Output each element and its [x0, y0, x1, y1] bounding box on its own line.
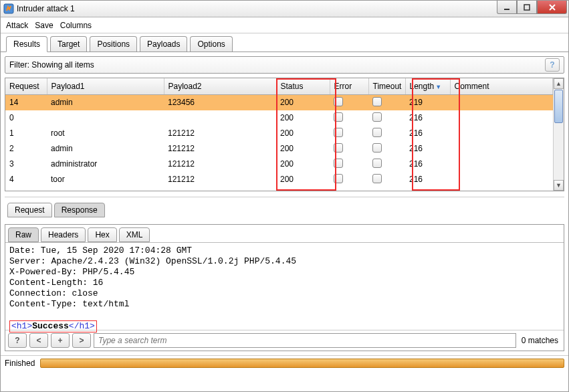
table-row[interactable]: 1 root 121212 200 216: [5, 126, 553, 141]
menu-bar: Attack Save Columns: [1, 17, 568, 33]
col-comment[interactable]: Comment: [450, 78, 553, 94]
svg-rect-1: [504, 9, 509, 10]
search-help-button[interactable]: ?: [8, 333, 27, 348]
scroll-down-icon[interactable]: ▼: [554, 180, 564, 191]
app-icon: [3, 3, 14, 14]
checkbox[interactable]: [334, 174, 343, 183]
col-payload1[interactable]: Payload1: [47, 78, 164, 94]
menu-columns[interactable]: Columns: [60, 21, 92, 30]
checkbox[interactable]: [372, 174, 382, 183]
checkbox[interactable]: [334, 159, 343, 168]
sort-indicator-icon: ▼: [435, 84, 441, 90]
response-body[interactable]: Date: Tue, 15 Sep 2020 17:04:28 GMT Serv…: [5, 243, 564, 330]
tab-response-msg[interactable]: Response: [54, 203, 105, 217]
col-request[interactable]: Request: [5, 78, 47, 94]
status-bar: Finished: [1, 355, 568, 370]
col-status[interactable]: Status: [276, 78, 330, 94]
checkbox[interactable]: [334, 128, 343, 137]
checkbox[interactable]: [372, 143, 382, 153]
maximize-button[interactable]: [517, 1, 537, 14]
search-input[interactable]: [94, 333, 516, 348]
scroll-thumb[interactable]: [554, 90, 563, 123]
column-headers: Request Payload1 Payload2 Status Error T…: [5, 78, 553, 94]
match-count: 0 matches: [519, 336, 561, 345]
search-bar: ? < + > 0 matches: [5, 330, 564, 351]
menu-save[interactable]: Save: [35, 21, 53, 30]
col-length[interactable]: Length▼: [405, 78, 450, 94]
tab-raw[interactable]: Raw: [8, 227, 39, 242]
search-prev-button[interactable]: <: [29, 333, 48, 348]
help-button[interactable]: ?: [545, 58, 560, 72]
tab-positions[interactable]: Positions: [90, 36, 137, 52]
tab-hex[interactable]: Hex: [88, 227, 116, 242]
filter-text: Filter: Showing all items: [9, 60, 94, 70]
svg-rect-2: [524, 5, 530, 10]
tab-xml[interactable]: XML: [119, 227, 150, 242]
tab-payloads[interactable]: Payloads: [140, 36, 187, 52]
tab-headers[interactable]: Headers: [41, 227, 86, 242]
table-row[interactable]: 2 admin 121212 200 216: [5, 141, 553, 157]
checkbox[interactable]: [334, 97, 343, 106]
checkbox[interactable]: [372, 159, 382, 168]
status-label: Finished: [5, 359, 35, 368]
progress-bar: [40, 359, 564, 368]
checkbox[interactable]: [372, 112, 382, 122]
col-payload2[interactable]: Payload2: [164, 78, 276, 94]
search-plus-button[interactable]: +: [51, 333, 70, 348]
window-controls: [497, 1, 567, 14]
table-row[interactable]: 0 200 216: [5, 110, 553, 126]
main-tabs: Results Target Positions Payloads Option…: [1, 33, 568, 52]
checkbox[interactable]: [334, 112, 343, 122]
minimize-button[interactable]: [497, 1, 517, 14]
filter-bar[interactable]: Filter: Showing all items ?: [5, 56, 564, 74]
search-next-button[interactable]: >: [72, 333, 91, 348]
table-row[interactable]: 14 admin 123456 200 219: [5, 94, 553, 110]
tab-results[interactable]: Results: [6, 36, 47, 52]
table-row[interactable]: 3 administrator 121212 200 216: [5, 157, 553, 172]
checkbox[interactable]: [372, 97, 382, 106]
message-tabs: Request Response: [5, 197, 564, 220]
close-button[interactable]: [537, 1, 567, 14]
tab-target[interactable]: Target: [50, 36, 87, 52]
col-timeout[interactable]: Timeout: [368, 78, 405, 94]
vertical-scrollbar[interactable]: ▲ ▼: [553, 78, 564, 191]
results-grid: Request Payload1 Payload2 Status Error T…: [5, 78, 564, 191]
menu-attack[interactable]: Attack: [6, 21, 28, 30]
table-row[interactable]: 4 toor 121212 200 216: [5, 172, 553, 187]
checkbox[interactable]: [372, 128, 382, 137]
checkbox[interactable]: [334, 143, 343, 153]
highlight-success: <h1>Success</h1>: [9, 320, 97, 332]
message-viewer: Raw Headers Hex XML Date: Tue, 15 Sep 20…: [5, 224, 564, 351]
window-title: Intruder attack 1: [17, 4, 75, 13]
tab-request-msg[interactable]: Request: [7, 203, 52, 217]
col-error[interactable]: Error: [330, 78, 368, 94]
title-bar: Intruder attack 1: [1, 1, 568, 17]
tab-options[interactable]: Options: [190, 36, 232, 52]
scroll-up-icon[interactable]: ▲: [554, 78, 564, 89]
